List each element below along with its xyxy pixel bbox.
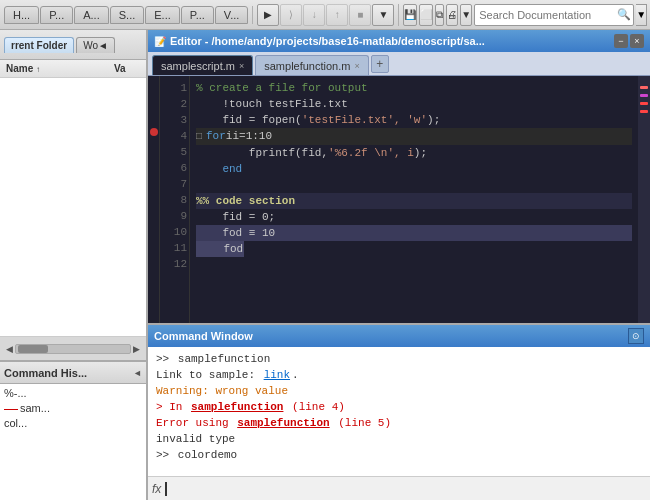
- bp-active-4: [150, 128, 158, 136]
- code-area[interactable]: % create a file for output !touch testFi…: [190, 76, 638, 323]
- editor-tab-0[interactable]: samplescript.m ×: [152, 55, 253, 75]
- cmd-history-panel: Command His... ◄ %-... — sam... col...: [0, 360, 146, 500]
- tab-editor[interactable]: E...: [145, 6, 180, 24]
- cmd-error-4a: Error using: [156, 415, 235, 431]
- code-line-1: % create a file for output: [196, 80, 632, 96]
- bp-slot-10[interactable]: [148, 236, 159, 252]
- editor-tab-1[interactable]: samplefunction.m ×: [255, 55, 368, 75]
- cmd-cursor[interactable]: [165, 482, 167, 496]
- bp-slot-8[interactable]: [148, 204, 159, 220]
- code-token: fid = 0;: [196, 209, 275, 225]
- code-line-6: end: [196, 161, 632, 177]
- bp-slot-11[interactable]: [148, 252, 159, 268]
- cmd-line-1: Link to sample: link .: [156, 367, 642, 383]
- cmd-window: Command Window ⊙ >> samplefunction Link …: [148, 325, 650, 500]
- run-button[interactable]: ▶: [257, 4, 279, 26]
- bp-slot-9[interactable]: [148, 220, 159, 236]
- more2-btn[interactable]: ▼: [460, 4, 472, 26]
- current-folder-tab[interactable]: rrent Folder: [4, 37, 74, 53]
- ln-12: 12: [162, 256, 187, 272]
- cmd-error-link-3[interactable]: samplefunction: [191, 399, 283, 415]
- editor-close-btn[interactable]: ×: [630, 34, 644, 48]
- list-item[interactable]: %-...: [4, 386, 142, 400]
- code-token: '%6.2f \n', i: [328, 145, 414, 161]
- list-item[interactable]: — sam...: [4, 400, 142, 416]
- code-line-2: !touch testFile.txt: [196, 96, 632, 112]
- tab-0-label: samplescript.m: [161, 60, 235, 72]
- col-name[interactable]: Name ↑: [4, 62, 112, 75]
- cmd-line-3: > In samplefunction (line 4): [156, 399, 642, 415]
- editor-scrollbar[interactable]: [638, 76, 650, 323]
- tab-home[interactable]: H...: [4, 6, 39, 24]
- save-button[interactable]: 💾: [403, 4, 417, 26]
- right-panel: 📝 Editor - /home/andy/projects/base16-ma…: [148, 30, 650, 500]
- bp-slot-3[interactable]: [148, 124, 159, 140]
- code-line-3: fid = fopen('testFile.txt', 'w');: [196, 112, 632, 128]
- search-icon: 🔍: [617, 8, 631, 21]
- scroll-marker-3: [640, 110, 648, 113]
- history-text-1: sam...: [20, 402, 50, 414]
- workspace-tab[interactable]: Wo◄: [76, 37, 115, 53]
- compare-button[interactable]: ⧉: [435, 4, 444, 26]
- step-out-button[interactable]: ↑: [326, 4, 348, 26]
- tab-add-btn[interactable]: +: [371, 55, 389, 73]
- tab-apps[interactable]: A...: [74, 6, 109, 24]
- cmd-input-row: fx: [148, 476, 650, 500]
- list-item[interactable]: col...: [4, 416, 142, 430]
- cmd-history-expand[interactable]: ◄: [133, 368, 142, 378]
- tab-publish[interactable]: P...: [181, 6, 214, 24]
- bp-slot-0[interactable]: [148, 76, 159, 92]
- editor-title: Editor - /home/andy/projects/base16-matl…: [170, 35, 612, 47]
- history-text-2: col...: [4, 417, 27, 429]
- cmd-error-3a: > In: [156, 399, 189, 415]
- step-in-button[interactable]: ↓: [303, 4, 325, 26]
- step-button[interactable]: ⟩: [280, 4, 302, 26]
- cmd-content[interactable]: >> samplefunction Link to sample: link .…: [148, 347, 650, 476]
- more-btn[interactable]: ▼: [372, 4, 394, 26]
- bp-slot-4[interactable]: [148, 140, 159, 156]
- code-line-5: fprintf(fid, '%6.2f \n', i);: [196, 145, 632, 161]
- editor-minimize-btn[interactable]: −: [614, 34, 628, 48]
- cmd-text-6: colordemo: [178, 447, 237, 463]
- bp-slot-2[interactable]: [148, 108, 159, 124]
- fx-label: fx: [152, 482, 161, 496]
- toolbar: H... P... A... S... E... P... V... ▶ ⟩ ↓…: [0, 0, 650, 30]
- cmd-error-3b: (line 4): [285, 399, 344, 415]
- bp-slot-1[interactable]: [148, 92, 159, 108]
- ln-10: 10: [162, 224, 187, 240]
- scroll-left-arrow[interactable]: ◀: [4, 344, 15, 354]
- cmd-prompt-6: >>: [156, 447, 176, 463]
- tab-1-close[interactable]: ×: [354, 61, 359, 71]
- tab-plots[interactable]: P...: [40, 6, 73, 24]
- search-box[interactable]: 🔍: [474, 4, 634, 26]
- bp-slot-5[interactable]: [148, 156, 159, 172]
- cmd-expand-btn[interactable]: ⊙: [628, 328, 644, 344]
- tab-0-close[interactable]: ×: [239, 61, 244, 71]
- saveas-button[interactable]: ⬜: [419, 4, 433, 26]
- scroll-marker-1: [640, 94, 648, 97]
- cmd-link-1[interactable]: link: [264, 367, 290, 383]
- search-input[interactable]: [479, 9, 617, 21]
- print-button[interactable]: 🖨: [446, 4, 458, 26]
- scroll-right-arrow[interactable]: ▶: [131, 344, 142, 354]
- cmd-window-titlebar: Command Window ⊙: [148, 325, 650, 347]
- scroll-h-bar[interactable]: [15, 344, 131, 354]
- col-val[interactable]: Va: [112, 62, 142, 75]
- history-text-0: %-...: [4, 387, 27, 399]
- tab-shortcuts[interactable]: S...: [110, 6, 145, 24]
- toolbar-tabs: H... P... A... S... E... P... V...: [4, 6, 253, 24]
- bp-slot-7[interactable]: [148, 188, 159, 204]
- ln-9: 9: [162, 208, 187, 224]
- stop-button[interactable]: ■: [349, 4, 371, 26]
- tab-view[interactable]: V...: [215, 6, 249, 24]
- cmd-error-link-4[interactable]: samplefunction: [237, 415, 329, 431]
- code-token: fod: [196, 241, 244, 257]
- editor-titlebar: 📝 Editor - /home/andy/projects/base16-ma…: [148, 30, 650, 52]
- bp-slot-6[interactable]: [148, 172, 159, 188]
- code-token: fprintf(fid,: [196, 145, 328, 161]
- filter-button[interactable]: ▼: [636, 4, 647, 26]
- cmd-error-4b: (line 5): [332, 415, 391, 431]
- code-token: end: [196, 161, 242, 177]
- ln-1: 1: [162, 80, 187, 96]
- cmd-line-2: Warning: wrong value: [156, 383, 642, 399]
